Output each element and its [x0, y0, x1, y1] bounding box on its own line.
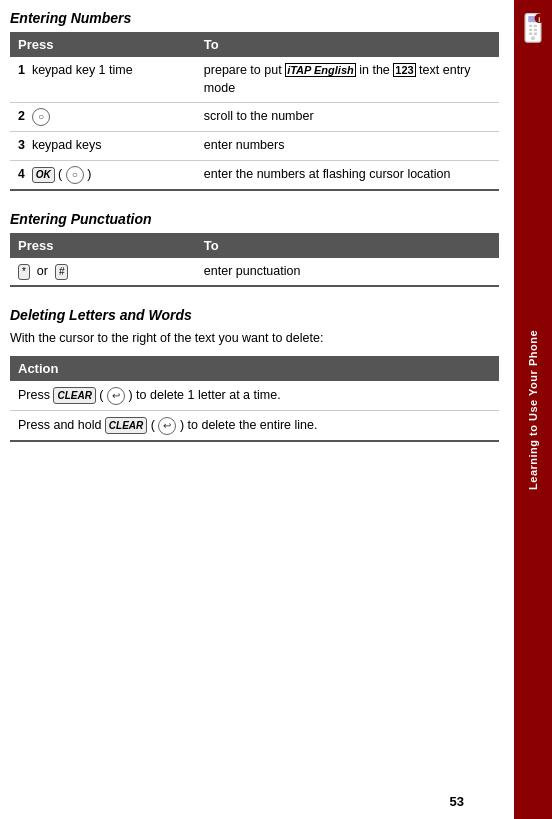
punct-key1: *	[18, 264, 30, 280]
row3-num: 3	[18, 138, 25, 152]
table-row: Press and hold CLEAR ( ↩ ) to delete the…	[10, 410, 499, 441]
clear-key-2: CLEAR	[105, 417, 147, 434]
itap-label: iTAP English	[285, 63, 356, 77]
row4-num: 4	[18, 167, 25, 181]
action-row2: Press and hold CLEAR ( ↩ ) to delete the…	[10, 410, 499, 441]
action-row1: Press CLEAR ( ↩ ) to delete 1 letter at …	[10, 381, 499, 411]
section-title-punctuation: Entering Punctuation	[10, 211, 499, 227]
punct-col-press-header: Press	[10, 233, 196, 258]
table-row: 1 keypad key 1 time prepare to put iTAP …	[10, 57, 499, 103]
svg-point-2	[531, 36, 535, 40]
sidebar: i Learning to Use Your Phone	[514, 0, 552, 819]
svg-rect-5	[529, 29, 532, 31]
col-press-header: Press	[10, 32, 196, 57]
ok-key-icon: OK	[32, 167, 55, 183]
row2-press: 2 ○	[10, 103, 196, 132]
table-row: Press CLEAR ( ↩ ) to delete 1 letter at …	[10, 381, 499, 411]
punctuation-table: Press To * or # enter punctuation	[10, 233, 499, 288]
123-label: 123	[393, 63, 415, 77]
row3-press: 3 keypad keys	[10, 132, 196, 161]
deleting-intro: With the cursor to the right of the text…	[10, 329, 499, 348]
svg-rect-7	[529, 33, 532, 35]
svg-rect-4	[534, 25, 537, 27]
back-icon-2: ↩	[158, 417, 176, 435]
row4-press: 4 OK ( ○ )	[10, 160, 196, 190]
section-title-deleting: Deleting Letters and Words	[10, 307, 499, 323]
numbers-table: Press To 1 keypad key 1 time prepare to …	[10, 32, 499, 191]
back-icon-1: ↩	[107, 387, 125, 405]
clear-key-1: CLEAR	[53, 387, 95, 404]
row2-to: scroll to the number	[196, 103, 499, 132]
table-row: 4 OK ( ○ ) enter the numbers at flashing…	[10, 160, 499, 190]
section-title-numbers: Entering Numbers	[10, 10, 499, 26]
table-row: 3 keypad keys enter numbers	[10, 132, 499, 161]
phone-icon: i	[519, 12, 547, 50]
ok-circle-icon: ○	[66, 166, 84, 184]
nav-circle-icon: ○	[32, 108, 50, 126]
row1-num: 1	[18, 63, 25, 77]
row4-to: enter the numbers at flashing cursor loc…	[196, 160, 499, 190]
action-table: Action Press CLEAR ( ↩ ) to delete 1 let…	[10, 356, 499, 442]
table-row: 2 ○ scroll to the number	[10, 103, 499, 132]
page-number: 53	[450, 794, 464, 809]
row2-num: 2	[18, 109, 25, 123]
punct-press: * or #	[10, 258, 196, 287]
svg-rect-3	[529, 25, 532, 27]
punct-col-to-header: To	[196, 233, 499, 258]
row3-to: enter numbers	[196, 132, 499, 161]
page-container: Entering Numbers Press To 1 keypad key 1…	[0, 0, 552, 819]
svg-rect-6	[534, 29, 537, 31]
row1-to: prepare to put iTAP English in the 123 t…	[196, 57, 499, 103]
table-row: * or # enter punctuation	[10, 258, 499, 287]
col-to-header: To	[196, 32, 499, 57]
main-content: Entering Numbers Press To 1 keypad key 1…	[0, 0, 514, 819]
row1-press: 1 keypad key 1 time	[10, 57, 196, 103]
punct-key2: #	[55, 264, 69, 280]
action-header: Action	[10, 356, 499, 381]
svg-text:i: i	[538, 16, 540, 24]
punct-to: enter punctuation	[196, 258, 499, 287]
sidebar-label: Learning to Use Your Phone	[527, 330, 539, 490]
svg-rect-8	[534, 33, 537, 35]
